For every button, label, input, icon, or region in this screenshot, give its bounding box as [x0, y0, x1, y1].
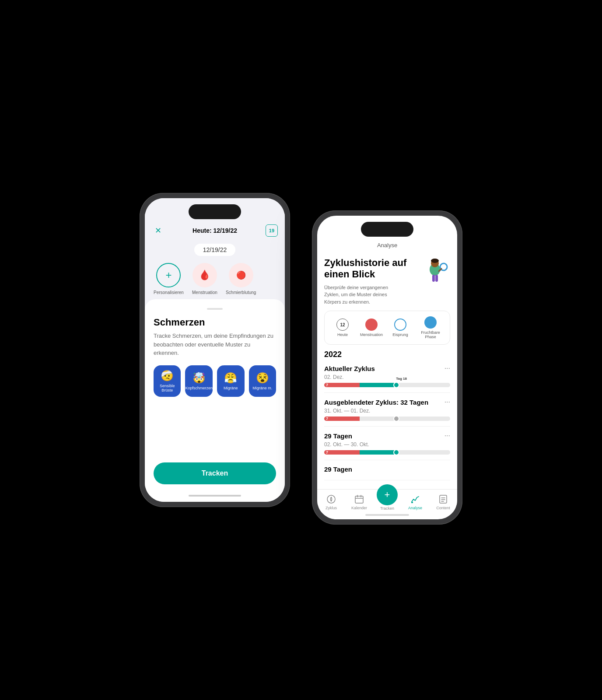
- cycle-3-header: 29 Tagen ···: [324, 432, 450, 440]
- migraene-m-icon: 😵: [256, 372, 269, 384]
- cycle-2-bar-dot: [393, 416, 399, 422]
- analyse-icon: [410, 494, 421, 505]
- tracken-icon: +: [377, 484, 398, 505]
- hero-text: Zyklushistorie auf einen Blick Überprüfe…: [324, 257, 420, 305]
- cycle-1-date: 02. Dez.: [324, 374, 450, 380]
- cycle-1-title: Aktueller Zyklus: [324, 365, 375, 372]
- track-item-menstruation[interactable]: 🩸 Menstruation: [191, 263, 219, 295]
- phone2-screen: Analyse Zyklushistorie auf einen Blick Ü…: [317, 216, 457, 519]
- legend-icon-eisprung: [394, 318, 406, 331]
- nav-item-tracken[interactable]: + Tracken: [376, 493, 399, 511]
- cycle-entry-2: Ausgeblendeter Zyklus: 32 Tagen ··· 31. …: [324, 398, 450, 427]
- sheet-title: Schmerzen: [154, 317, 276, 328]
- illustration-svg: [420, 257, 450, 288]
- bottom-sheet: Schmerzen Tracke Schmerzen, um deine Emp…: [145, 299, 285, 502]
- year-label: 2022: [324, 350, 450, 359]
- cycle-3-menu[interactable]: ···: [444, 432, 450, 440]
- content-icon: [438, 494, 449, 505]
- phone2-nav-title: Analyse: [324, 242, 450, 248]
- track-circle-menstruation: 🩸: [192, 263, 217, 287]
- cycle-1-bar-dot: [393, 382, 399, 388]
- cycle-entry-3: 29 Tagen ··· 02. Okt. — 30. Okt. 7: [324, 432, 450, 460]
- nav-item-kalender[interactable]: Kalender: [348, 494, 371, 510]
- sheet-description: Tracke Schmerzen, um deine Empfindungen …: [154, 332, 276, 357]
- tracking-icons: + Personalisieren 🩸 Menstruation 🔴: [152, 263, 278, 295]
- track-item-schmierblutung[interactable]: 🔴 Schmierblutung: [226, 263, 256, 295]
- home-indicator-2: [365, 514, 409, 516]
- phone-1: ✕ Heute: 12/19/22 19 12/19/22 + Personal…: [140, 193, 290, 507]
- migraene-m-label: Migräne m.: [252, 386, 272, 390]
- pain-options: 🤕 Sensible Brüste 🤯 Kopfschmerzen 😤 Migr…: [154, 365, 276, 397]
- cycle-2-menu[interactable]: ···: [444, 398, 450, 406]
- cycle-3-bar-number: 7: [326, 450, 328, 455]
- cycle-entry-4: 29 Tagen: [324, 466, 450, 480]
- nav-label-analyse: Analyse: [408, 506, 422, 510]
- hero-title: Zyklushistorie auf einen Blick: [324, 257, 420, 280]
- close-button[interactable]: ✕: [152, 224, 164, 237]
- zyklus-icon: [326, 494, 337, 505]
- cycle-1-bar-teal: [360, 383, 395, 387]
- phone1-header: ✕ Heute: 12/19/22 19: [152, 224, 278, 237]
- nav-item-content[interactable]: Content: [432, 494, 455, 510]
- cycle-1-tag: Tag 18: [396, 377, 407, 381]
- legend-item-today: 12 Heute: [332, 318, 354, 337]
- cycle-3-bar: 7: [324, 450, 450, 455]
- dynamic-island-1: [189, 204, 241, 219]
- track-circle-schmier: 🔴: [229, 263, 253, 287]
- cycle-3-bar-teal: [360, 450, 395, 455]
- legend-label-eisprung: Eisprung: [392, 332, 408, 337]
- hero-illustration: [420, 257, 450, 288]
- svg-rect-9: [355, 496, 363, 503]
- svg-rect-3: [432, 275, 435, 282]
- cycle-2-bar-number: 7: [326, 416, 328, 421]
- cycle-3-date: 02. Okt. — 30. Okt.: [324, 441, 450, 448]
- cycle-4-title: 29 Tagen: [324, 466, 352, 473]
- svg-point-2: [431, 259, 439, 263]
- pain-option-migraene-m[interactable]: 😵 Migräne m.: [249, 365, 276, 397]
- phone-2: Analyse Zyklushistorie auf einen Blick Ü…: [312, 210, 462, 525]
- sensible-label: Sensible Brüste: [154, 384, 181, 392]
- nav-item-analyse[interactable]: Analyse: [404, 494, 427, 510]
- nav-label-zyklus: Zyklus: [326, 506, 337, 510]
- migraene-label: Migräne: [224, 386, 238, 390]
- calendar-button[interactable]: 19: [266, 224, 278, 237]
- svg-rect-4: [435, 275, 438, 282]
- hero-description: Überprüfe deine vergangenen Zyklen, um d…: [324, 284, 403, 306]
- cycle-1-bar-red: 7: [324, 383, 360, 387]
- migraene-icon: 😤: [224, 372, 237, 384]
- legend-label-today: Heute: [337, 332, 348, 337]
- nav-item-zyklus[interactable]: Zyklus: [320, 494, 343, 510]
- pain-option-kopf[interactable]: 🤯 Kopfschmerzen: [185, 365, 213, 397]
- kopf-icon: 🤯: [192, 372, 206, 384]
- cycle-2-header: Ausgeblendeter Zyklus: 32 Tagen ···: [324, 398, 450, 406]
- sensible-icon: 🤕: [161, 370, 174, 382]
- nav-label-kalender: Kalender: [351, 506, 367, 510]
- date-pill: 12/19/22: [194, 244, 236, 256]
- cycle-2-title: Ausgeblendeter Zyklus: 32 Tagen: [324, 399, 428, 406]
- track-button[interactable]: Tracken: [154, 462, 276, 484]
- cycle-3-bar-red: 7: [324, 450, 360, 455]
- dynamic-island-2: [361, 222, 413, 237]
- pain-option-sensible[interactable]: 🤕 Sensible Brüste: [154, 365, 181, 397]
- legend-item-fruchtbar: Fruchtbare Phase: [418, 316, 443, 339]
- hero-section: Zyklushistorie auf einen Blick Überprüfe…: [324, 257, 450, 305]
- cycle-1-menu[interactable]: ···: [444, 364, 450, 372]
- legend-item-menstruation: Menstruation: [360, 318, 382, 337]
- cycle-1-bar: 7 Tag 18: [324, 383, 450, 387]
- cycle-3-bar-dot: [393, 449, 399, 455]
- legend-card: 12 Heute Menstruation Eisprung: [324, 311, 450, 345]
- legend-item-eisprung: Eisprung: [389, 318, 411, 337]
- pain-option-migraene[interactable]: 😤 Migräne: [217, 365, 244, 397]
- phone2-content: Zyklushistorie auf einen Blick Überprüfe…: [317, 252, 457, 489]
- bottom-nav: Zyklus Kalender: [317, 489, 457, 512]
- svg-rect-14: [440, 495, 447, 503]
- track-item-personalisieren[interactable]: + Personalisieren: [154, 263, 184, 295]
- phone1-screen: ✕ Heute: 12/19/22 19 12/19/22 + Personal…: [145, 198, 285, 502]
- track-circle-empty: +: [156, 263, 181, 287]
- nav-label-tracken: Tracken: [380, 506, 394, 511]
- cycle-2-bar: 7: [324, 416, 450, 421]
- legend-label-menstruation: Menstruation: [360, 332, 383, 337]
- cycle-2-date: 31. Okt. — 01. Dez.: [324, 408, 450, 414]
- cycle-4-header: 29 Tagen: [324, 466, 450, 473]
- legend-icon-fruchtbar: [424, 316, 437, 329]
